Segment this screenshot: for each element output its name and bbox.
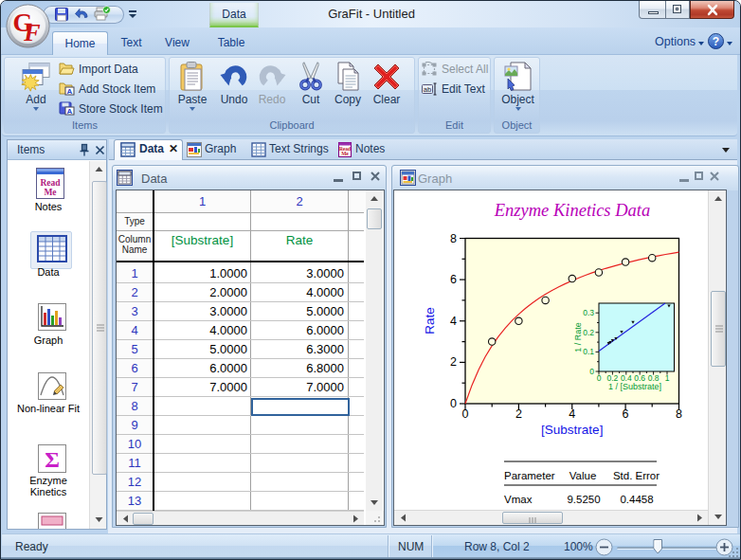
svg-text:9.5250: 9.5250 <box>567 494 600 505</box>
svg-text:4: 4 <box>450 315 457 328</box>
svg-text:Std. Error: Std. Error <box>613 470 660 481</box>
svg-text:0: 0 <box>597 373 602 383</box>
svg-text:0.3: 0.3 <box>583 308 594 317</box>
svg-text:0: 0 <box>462 407 469 421</box>
svg-text:2: 2 <box>515 407 522 421</box>
svg-text:0.2: 0.2 <box>583 328 594 337</box>
svg-text:F: F <box>23 19 40 46</box>
svg-text:?: ? <box>713 35 719 48</box>
svg-text:6: 6 <box>623 407 629 421</box>
svg-text:Enzyme Kinetics Data: Enzyme Kinetics Data <box>494 201 650 220</box>
svg-text:8: 8 <box>676 407 682 421</box>
svg-text:1 / Rate: 1 / Rate <box>573 322 583 352</box>
svg-text:A: A <box>67 87 73 96</box>
svg-text:Σ: Σ <box>45 447 60 472</box>
svg-text:Rate: Rate <box>423 307 437 334</box>
svg-text:Me: Me <box>44 188 56 197</box>
svg-text:Read: Read <box>40 178 61 188</box>
svg-text:1: 1 <box>665 373 670 383</box>
svg-text:A: A <box>67 107 73 116</box>
svg-text:Parameter: Parameter <box>504 470 555 481</box>
svg-text:Vmax: Vmax <box>504 494 533 505</box>
svg-text:0.4458: 0.4458 <box>620 494 653 505</box>
svg-text:1 / [Substrate]: 1 / [Substrate] <box>608 382 661 391</box>
svg-text:Me: Me <box>341 151 349 156</box>
svg-text:0: 0 <box>589 367 594 376</box>
svg-text:ab: ab <box>424 85 431 94</box>
svg-text:Value: Value <box>569 470 597 481</box>
svg-text:2: 2 <box>450 355 457 369</box>
svg-text:6: 6 <box>450 273 457 286</box>
svg-text:8: 8 <box>450 232 457 245</box>
svg-text:0.1: 0.1 <box>583 347 594 356</box>
svg-text:0: 0 <box>450 397 457 410</box>
svg-text:4: 4 <box>569 407 575 421</box>
svg-text:[Substrate]: [Substrate] <box>541 423 603 437</box>
